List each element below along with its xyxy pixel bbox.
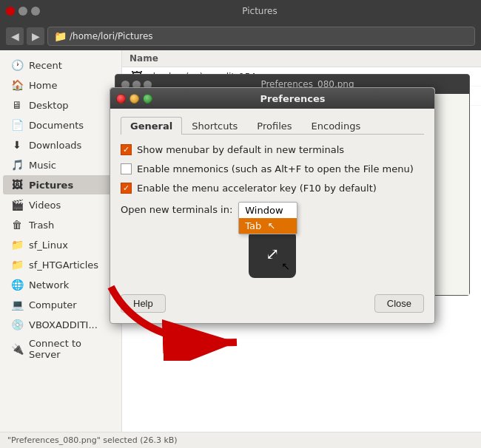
computer-icon: 💻 — [10, 298, 24, 311]
forward-button[interactable]: ▶ — [27, 27, 44, 45]
label-show-menubar: Show menubar by default in new terminals — [137, 143, 344, 157]
sf-htg-icon: 📁 — [10, 258, 24, 271]
documents-icon: 📄 — [10, 118, 24, 132]
statusbar: "Preferences_080.png" selected (26.3 kB) — [0, 432, 481, 448]
titlebar-maximize-button[interactable] — [31, 7, 40, 16]
titlebar-controls — [6, 7, 40, 16]
sidebar-label-sf-htgarticles: sf_HTGArticles — [29, 259, 98, 271]
network-icon: 🌐 — [10, 278, 24, 291]
downloads-icon: ⬇ — [10, 138, 24, 152]
close-button[interactable]: Close — [374, 294, 424, 313]
vbox-icon: 💿 — [10, 318, 24, 331]
checkbox-enable-accelerator[interactable] — [121, 183, 132, 194]
recent-icon: 🕐 — [10, 58, 24, 72]
open-terminals-label: Open new terminals in: — [121, 204, 232, 215]
titlebar: Pictures — [0, 0, 481, 22]
option-enable-mnemonics: Enable mnemonics (such as Alt+F to open … — [121, 163, 424, 176]
sidebar-label-pictures: Pictures — [29, 180, 73, 191]
sidebar-item-sf-linux[interactable]: 📁 sf_Linux — [3, 235, 118, 254]
label-enable-accelerator: Enable the menu accelerator key (F10 by … — [137, 182, 377, 195]
sidebar-item-downloads[interactable]: ⬇ Downloads — [3, 135, 118, 155]
sidebar-label-documents: Documents — [29, 120, 84, 131]
home-icon: 🏠 — [10, 78, 24, 92]
trash-icon: 🗑 — [10, 218, 24, 231]
sidebar-label-sf-linux: sf_Linux — [29, 240, 68, 251]
music-icon: 🎵 — [10, 158, 24, 172]
titlebar-minimize-button[interactable] — [18, 7, 27, 16]
sidebar-label-network: Network — [29, 279, 69, 291]
sf-linux-icon: 📁 — [10, 238, 24, 251]
label-enable-mnemonics: Enable mnemonics (such as Alt+F to open … — [137, 163, 414, 176]
dropdown-container: Window ▼ Window Tab ↖ — [238, 202, 297, 217]
tab-encodings[interactable]: Encodings — [302, 117, 371, 135]
cursor-icon: ↖ — [281, 260, 290, 272]
pref-controls — [116, 94, 152, 103]
sidebar-item-videos[interactable]: 🎬 Videos — [3, 195, 118, 214]
sidebar-item-pictures[interactable]: 🖼 Pictures — [3, 175, 118, 194]
status-text: "Preferences_080.png" selected (26.3 kB) — [7, 435, 178, 445]
dropdown-option-tab[interactable]: Tab ↖ — [239, 218, 297, 234]
connect-icon: 🔌 — [10, 342, 24, 356]
sidebar-item-recent[interactable]: 🕐 Recent — [3, 55, 118, 75]
dropdown-menu: Window Tab ↖ — [238, 202, 297, 234]
option-show-menubar: Show menubar by default in new terminals — [121, 143, 424, 157]
sidebar-item-trash[interactable]: 🗑 Trash — [3, 215, 118, 234]
pref-close-button[interactable] — [116, 94, 126, 103]
path-bar[interactable]: 📁 /home/lori/Pictures — [47, 27, 475, 46]
videos-icon: 🎬 — [10, 198, 24, 211]
checkbox-show-menubar[interactable] — [121, 144, 132, 155]
sidebar-item-home[interactable]: 🏠 Home — [3, 75, 118, 95]
pictures-icon: 🖼 — [10, 178, 24, 191]
dropdown-option-window[interactable]: Window — [239, 203, 297, 218]
sidebar: 🕐 Recent 🏠 Home 🖥 Desktop 📄 Documents ⬇ … — [0, 50, 122, 432]
tab-shortcuts[interactable]: Shortcuts — [182, 117, 247, 135]
pref-maximize-button[interactable] — [143, 94, 152, 103]
window-title: Pictures — [44, 6, 475, 16]
sidebar-label-computer: Computer — [29, 299, 77, 310]
open-terminals-row: Open new terminals in: Window ▼ Window T… — [121, 202, 424, 217]
folder-icon: 📁 — [54, 30, 67, 42]
pref-titlebar: Preferences — [110, 88, 434, 109]
cursor-in-dropdown: ↖ — [267, 220, 275, 231]
tab-profiles[interactable]: Profiles — [247, 117, 301, 135]
sidebar-item-music[interactable]: 🎵 Music — [3, 155, 118, 174]
sidebar-item-desktop[interactable]: 🖥 Desktop — [3, 95, 118, 115]
action-area: ⤢ ↖ — [121, 231, 424, 278]
sidebar-label-home: Home — [29, 80, 57, 91]
sidebar-label-downloads: Downloads — [29, 140, 81, 151]
sidebar-label-trash: Trash — [29, 220, 54, 231]
titlebar-close-button[interactable] — [6, 7, 15, 16]
sidebar-item-documents[interactable]: 📄 Documents — [3, 115, 118, 135]
toolbar: ◀ ▶ 📁 /home/lori/Pictures — [0, 22, 481, 50]
sidebar-label-music: Music — [29, 160, 56, 171]
option-enable-accelerator: Enable the menu accelerator key (F10 by … — [121, 182, 424, 195]
path-text: /home/lori/Pictures — [70, 31, 153, 41]
expand-icon: ⤢ — [266, 245, 279, 263]
pref-minimize-button[interactable] — [130, 94, 139, 103]
sidebar-label-vbox: VBOXADDITI... — [29, 319, 98, 330]
desktop-icon: 🖥 — [10, 98, 24, 112]
column-header-name: Name — [122, 50, 481, 67]
sidebar-label-recent: Recent — [29, 60, 62, 71]
expand-button[interactable]: ⤢ ↖ — [249, 231, 296, 278]
pref-tabs: General Shortcuts Profiles Encodings — [121, 116, 424, 135]
pref-dialog-title: Preferences — [157, 93, 428, 104]
tab-general[interactable]: General — [121, 117, 182, 135]
sidebar-label-videos: Videos — [29, 200, 61, 211]
checkbox-enable-mnemonics[interactable] — [121, 163, 132, 174]
sidebar-label-desktop: Desktop — [29, 100, 69, 111]
back-button[interactable]: ◀ — [6, 27, 24, 45]
red-arrow — [96, 272, 266, 361]
